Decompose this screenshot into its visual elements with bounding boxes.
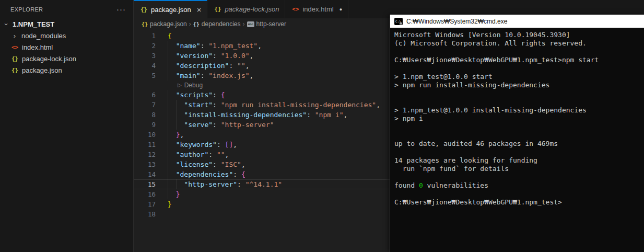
terminal-line: C:₩Users₩jione₩Desktop₩WebGPU₩1.npm_test…: [394, 198, 644, 207]
cmd-title-text: C:₩Windows₩System32₩cmd.exe: [406, 18, 507, 25]
code-token: "1.0.0": [221, 51, 250, 61]
code-token: []: [225, 140, 233, 150]
line-number: 11: [134, 140, 156, 150]
terminal-line: [394, 64, 644, 73]
terminal-text: up to date, audited 46 packages in 469ms: [394, 140, 558, 147]
terminal-line: [394, 123, 644, 131]
terminal-text: > 1.npm_test@1.0.0 start: [394, 73, 493, 81]
code-token: [168, 71, 176, 81]
code-token: [168, 61, 176, 71]
tab-package-json[interactable]: {}package.json×: [134, 0, 207, 18]
sidebar-item-package-json[interactable]: {}package.json: [0, 64, 133, 76]
code-token: "1.npm_test": [208, 41, 257, 51]
code-token: }: [176, 130, 180, 140]
breadcrumb-item-package-json[interactable]: {}package.json: [142, 20, 187, 28]
terminal-line: Microsoft Windows [Version 10.0.19045.39…: [394, 31, 644, 39]
line-number: 2: [134, 41, 156, 51]
line-number: 5: [134, 71, 156, 81]
cmd-titlebar[interactable]: C:\ C:₩Windows₩System32₩cmd.exe: [390, 15, 644, 28]
code-token: [176, 179, 184, 189]
code-token: [168, 179, 176, 189]
vscode-window: EXPLORER ··· › 1.NPM_TEST ›node_modules<…: [0, 0, 644, 252]
tab-package-lock-json[interactable]: {}package-lock.json: [207, 0, 285, 18]
tab-label: index.html: [302, 5, 333, 13]
code-token: :: [213, 90, 221, 100]
line-number: 16: [134, 189, 156, 199]
sidebar-item-index-html[interactable]: <>index.html: [0, 41, 133, 53]
line-number: 6: [134, 90, 156, 100]
code-token: [168, 169, 176, 179]
code-token: "author": [176, 150, 209, 159]
code-token: [168, 150, 176, 159]
terminal-output[interactable]: Microsoft Windows [Version 10.0.19045.39…: [390, 28, 644, 207]
code-token: :: [229, 61, 237, 71]
code-editor[interactable]: 1{2 "name": "1.npm_test",3 "version": "1…: [134, 30, 390, 252]
chevron-right-icon: ›: [243, 20, 245, 28]
code-token: ,: [250, 51, 254, 61]
line-number: 9: [134, 120, 156, 130]
terminal-line: run `npm fund` for details: [394, 165, 644, 173]
code-line: 16 }: [134, 189, 390, 199]
terminal-text: 14 packages are looking for funding: [394, 156, 537, 164]
sidebar-item-node-modules[interactable]: ›node_modules: [0, 30, 133, 41]
code-token: [176, 110, 184, 120]
code-token: "scripts": [176, 90, 213, 100]
breadcrumb-label: dependencies: [202, 20, 241, 28]
terminal-text: vulnerabilities: [423, 181, 488, 189]
sidebar-item-root[interactable]: › 1.NPM_TEST: [0, 18, 133, 30]
line-number: 15: [134, 179, 156, 189]
code-token: "http-server": [184, 179, 237, 189]
terminal-text: Microsoft Windows [Version 10.0.19045.39…: [394, 31, 570, 39]
code-token: :: [213, 120, 221, 130]
terminal-text: > 1.npm_test@1.0.0 install-missing-depen…: [394, 106, 587, 114]
sidebar-item-package-lock-json[interactable]: {}package-lock.json: [0, 53, 133, 64]
code-token: {: [221, 90, 225, 100]
json-icon: {}: [10, 67, 19, 74]
code-token: [176, 100, 184, 110]
file-label: package-lock.json: [22, 55, 76, 63]
code-token: :: [307, 110, 315, 120]
html-icon: <>: [10, 44, 19, 51]
more-actions-icon[interactable]: ···: [116, 7, 126, 12]
line-number: 4: [134, 61, 156, 71]
line-number: 18: [134, 209, 156, 219]
object-icon: {}: [193, 21, 200, 27]
code-token: [168, 159, 176, 169]
debug-codelens[interactable]: ▷Debug: [134, 81, 390, 90]
code-token: "keywords": [176, 140, 217, 150]
code-token: :: [213, 51, 221, 61]
code-token: "npm run install-missing-dependencies": [221, 100, 376, 110]
breadcrumb-label: http-server: [256, 20, 286, 28]
explorer-header: EXPLORER ···: [0, 0, 133, 18]
code-line: 17}: [134, 199, 390, 209]
cmd-icon: C:\: [394, 18, 403, 25]
code-line: 12 "author": "",: [134, 150, 390, 159]
close-icon[interactable]: ×: [197, 6, 202, 14]
breadcrumb-item-http-server[interactable]: abchttp-server: [247, 20, 286, 28]
code-token: :: [237, 179, 245, 189]
code-token: ,: [241, 159, 245, 169]
code-token: :: [213, 159, 221, 169]
code-token: "name": [176, 41, 201, 51]
cmd-window: C:\ C:₩Windows₩System32₩cmd.exe Microsof…: [390, 15, 644, 252]
tab-label: package.json: [151, 6, 191, 14]
terminal-line: 14 packages are looking for funding: [394, 156, 644, 165]
explorer-sidebar: EXPLORER ··· › 1.NPM_TEST ›node_modules<…: [0, 0, 134, 252]
code-token: [168, 90, 176, 100]
code-line: 7 "start": "npm run install-missing-depe…: [134, 100, 390, 110]
breadcrumb: {}package.json›{}dependencies›abchttp-se…: [134, 18, 391, 30]
codelens-label: Debug: [184, 81, 203, 90]
tab-index-html[interactable]: <>index.html●: [285, 0, 348, 18]
json-icon: {}: [10, 55, 19, 62]
terminal-text: 0: [419, 181, 423, 189]
breadcrumb-item-dependencies[interactable]: {}dependencies: [193, 20, 241, 28]
code-token: "dependencies": [176, 169, 233, 179]
code-token: ,: [257, 41, 262, 51]
code-token: :: [233, 169, 241, 179]
terminal-line: C:₩Users₩jione₩Desktop₩WebGPU₩1.npm_test…: [394, 56, 644, 64]
tab-label: package-lock.json: [225, 5, 279, 13]
terminal-line: up to date, audited 46 packages in 469ms: [394, 140, 644, 148]
code-line: 6 "scripts": {: [134, 90, 390, 100]
code-token: "index.js": [208, 71, 249, 81]
html-icon: <>: [291, 6, 300, 13]
